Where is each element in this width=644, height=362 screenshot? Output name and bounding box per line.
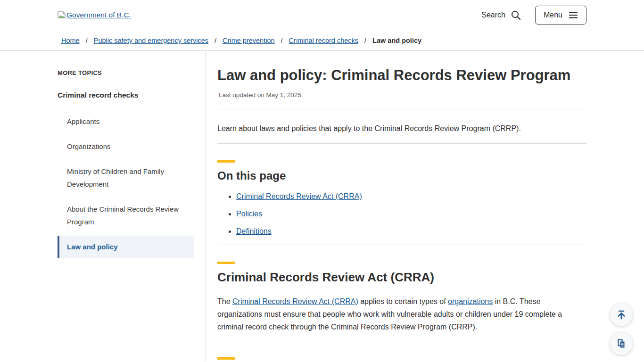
divider	[217, 143, 586, 144]
sidebar-item-law-and-policy[interactable]: Law and policy	[58, 236, 194, 258]
hamburger-icon	[569, 11, 578, 19]
divider	[217, 245, 586, 245]
search-label: Search	[481, 11, 505, 19]
sidebar-item-about-crrp[interactable]: About the Criminal Records Review Progra…	[58, 198, 194, 233]
list-item: Policies	[236, 210, 586, 218]
paragraph-text: applies to certain types of	[358, 297, 448, 305]
site-header: Government of B.C. Search Menu	[0, 0, 644, 30]
sidebar-heading: MORE TOPICS	[58, 69, 194, 76]
section-accent-bar	[217, 262, 235, 264]
last-updated: Last updated on May 1, 2025	[219, 91, 586, 99]
menu-button[interactable]: Menu	[535, 6, 586, 25]
breadcrumb-separator: /	[86, 37, 88, 44]
arrow-up-icon	[615, 309, 627, 321]
breadcrumb-separator: /	[281, 37, 283, 44]
breadcrumb-criminal-record-checks[interactable]: Criminal record checks	[289, 37, 358, 44]
copy-button[interactable]	[610, 332, 633, 355]
divider	[217, 109, 586, 109]
organizations-link[interactable]: organizations	[448, 297, 493, 305]
section-accent-bar	[217, 160, 235, 163]
menu-label: Menu	[544, 11, 562, 19]
search-button[interactable]: Search	[481, 10, 521, 20]
on-page-link-crra[interactable]: Criminal Records Review Act (CRRA)	[236, 192, 362, 200]
breadcrumb-current-page: Law and policy	[372, 37, 421, 44]
intro-paragraph: Learn about laws and policies that apply…	[217, 123, 586, 134]
breadcrumb: Home / Public safety and emergency servi…	[0, 30, 644, 51]
page-title: Law and policy: Criminal Records Review …	[217, 66, 586, 84]
breadcrumb-separator: /	[215, 37, 216, 44]
breadcrumb-crime-prevention[interactable]: Crime prevention	[223, 37, 274, 44]
crra-section-heading: Criminal Records Review Act (CRRA)	[217, 270, 586, 285]
breadcrumb-separator: /	[364, 37, 366, 44]
section-accent-bar	[217, 357, 235, 360]
on-page-link-definitions[interactable]: Definitions	[236, 227, 272, 235]
main-content: Law and policy: Criminal Records Review …	[206, 51, 586, 362]
list-item: Criminal Records Review Act (CRRA)	[236, 192, 586, 201]
on-this-page-list: Criminal Records Review Act (CRRA) Polic…	[217, 192, 586, 236]
broken-image-icon	[58, 11, 66, 18]
breadcrumb-home[interactable]: Home	[61, 37, 80, 44]
search-icon	[511, 10, 521, 20]
list-item: Definitions	[236, 227, 586, 236]
on-page-link-policies[interactable]: Policies	[236, 210, 262, 218]
sidebar-nav: MORE TOPICS Criminal record checks Appli…	[58, 51, 206, 362]
on-this-page-heading: On this page	[217, 169, 586, 182]
breadcrumb-public-safety[interactable]: Public safety and emergency services	[94, 37, 208, 44]
logo-alt-text: Government of B.C.	[66, 11, 131, 19]
crra-paragraph: The Criminal Records Review Act (CRRA) a…	[217, 295, 566, 333]
government-bc-logo-link[interactable]: Government of B.C.	[58, 11, 131, 19]
sidebar-item-applicants[interactable]: Applicants	[58, 110, 194, 132]
divider	[217, 340, 586, 340]
back-to-top-button[interactable]	[610, 304, 633, 326]
paragraph-text: The	[217, 297, 232, 305]
copy-icon	[616, 338, 627, 349]
sidebar-item-organizations[interactable]: Organizations	[58, 135, 194, 157]
crra-act-link[interactable]: Criminal Records Review Act (CRRA)	[232, 297, 358, 305]
sidebar-item-ministry-children-family[interactable]: Ministry of Children and Family Developm…	[58, 160, 194, 195]
sidebar-section-title: Criminal record checks	[58, 91, 194, 99]
